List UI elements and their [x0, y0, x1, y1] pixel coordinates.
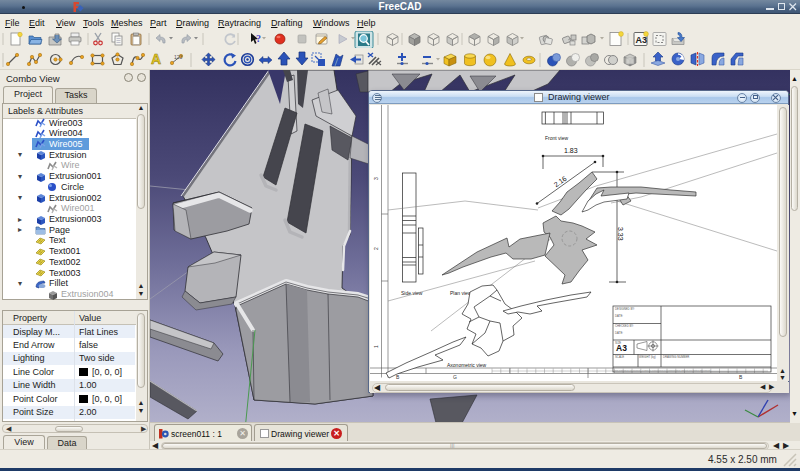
svg-text:2: 2	[373, 247, 379, 250]
svg-text:G: G	[453, 374, 457, 380]
svg-text:SIZE: SIZE	[615, 341, 621, 345]
svg-text:DATE:: DATE:	[615, 314, 623, 318]
svg-text:B: B	[739, 374, 743, 380]
svg-text:Side view: Side view	[401, 290, 423, 296]
svg-text:1.83: 1.83	[564, 147, 578, 154]
svg-text:Front view: Front view	[545, 135, 568, 141]
svg-text:DESIGNED BY:: DESIGNED BY:	[615, 307, 635, 311]
svg-text:DATE:: DATE:	[615, 331, 623, 335]
svg-text:?: ?	[256, 33, 261, 44]
svg-text:123: 123	[174, 54, 183, 60]
svg-text:SCALE: SCALE	[615, 355, 624, 359]
svg-text:2.16: 2.16	[553, 175, 568, 189]
svg-text:WEIGHT (kg): WEIGHT (kg)	[639, 355, 656, 359]
svg-text:Axonometric view: Axonometric view	[447, 362, 487, 368]
svg-text:1: 1	[373, 345, 379, 348]
svg-text:CHECKED BY:: CHECKED BY:	[615, 324, 634, 328]
svg-text:3: 3	[373, 177, 379, 180]
svg-text:3.33: 3.33	[617, 227, 624, 241]
svg-text:DRAWING NUMBER: DRAWING NUMBER	[663, 355, 689, 359]
svg-text:Plan view: Plan view	[450, 290, 472, 296]
svg-text:This drawing is our property;: This drawing is our property; it can't b…	[614, 369, 711, 372]
svg-text:A: A	[151, 51, 161, 67]
